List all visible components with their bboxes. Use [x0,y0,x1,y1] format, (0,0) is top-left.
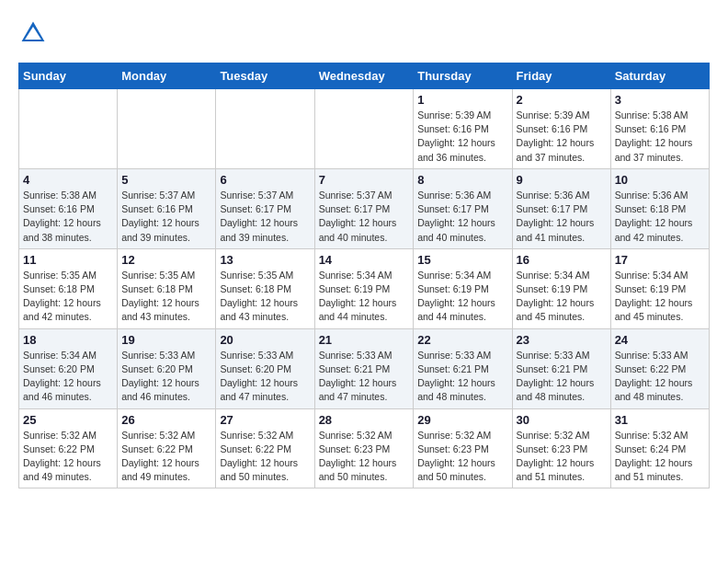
day-number: 17 [615,253,705,267]
calendar-cell: 8Sunrise: 5:36 AM Sunset: 6:17 PM Daylig… [414,168,512,248]
calendar-cell: 17Sunrise: 5:34 AM Sunset: 6:19 PM Dayli… [610,248,709,328]
day-info: Sunrise: 5:32 AM Sunset: 6:23 PM Dayligh… [319,429,410,485]
header-wednesday: Wednesday [314,63,414,89]
calendar-cell: 11Sunrise: 5:35 AM Sunset: 6:18 PM Dayli… [19,248,118,328]
day-number: 7 [319,173,410,187]
day-info: Sunrise: 5:34 AM Sunset: 6:19 PM Dayligh… [319,269,410,325]
day-number: 8 [417,173,507,187]
header-tuesday: Tuesday [216,63,314,89]
day-number: 13 [220,253,310,267]
day-number: 24 [615,333,705,347]
day-info: Sunrise: 5:36 AM Sunset: 6:17 PM Dayligh… [417,189,507,245]
calendar-cell: 22Sunrise: 5:33 AM Sunset: 6:21 PM Dayli… [414,328,512,408]
calendar-cell [216,89,314,169]
header-sunday: Sunday [19,63,118,89]
day-number: 15 [417,253,507,267]
day-number: 18 [23,333,113,347]
calendar-cell: 21Sunrise: 5:33 AM Sunset: 6:21 PM Dayli… [314,328,414,408]
day-number: 20 [220,333,310,347]
day-number: 10 [615,173,705,187]
calendar-cell: 13Sunrise: 5:35 AM Sunset: 6:18 PM Dayli… [216,248,314,328]
day-number: 25 [23,413,113,427]
calendar-cell: 3Sunrise: 5:38 AM Sunset: 6:16 PM Daylig… [610,89,709,169]
day-info: Sunrise: 5:39 AM Sunset: 6:16 PM Dayligh… [517,109,607,165]
day-number: 21 [319,333,410,347]
calendar-cell: 7Sunrise: 5:37 AM Sunset: 6:17 PM Daylig… [314,168,414,248]
header-monday: Monday [118,63,216,89]
day-number: 2 [517,93,607,107]
day-number: 19 [121,333,211,347]
day-number: 28 [319,413,410,427]
calendar-cell [314,89,414,169]
calendar-cell: 10Sunrise: 5:36 AM Sunset: 6:18 PM Dayli… [610,168,709,248]
week-row-5: 25Sunrise: 5:32 AM Sunset: 6:22 PM Dayli… [19,408,710,488]
day-info: Sunrise: 5:33 AM Sunset: 6:20 PM Dayligh… [220,349,310,405]
week-row-1: 1Sunrise: 5:39 AM Sunset: 6:16 PM Daylig… [19,89,710,169]
day-info: Sunrise: 5:35 AM Sunset: 6:18 PM Dayligh… [220,269,310,325]
calendar-cell: 15Sunrise: 5:34 AM Sunset: 6:19 PM Dayli… [414,248,512,328]
calendar-cell: 6Sunrise: 5:37 AM Sunset: 6:17 PM Daylig… [216,168,314,248]
day-number: 9 [517,173,607,187]
day-number: 12 [121,253,211,267]
page-header [18,18,710,48]
day-info: Sunrise: 5:32 AM Sunset: 6:23 PM Dayligh… [417,429,507,485]
day-number: 31 [615,413,705,427]
header-friday: Friday [512,63,610,89]
day-info: Sunrise: 5:33 AM Sunset: 6:21 PM Dayligh… [517,349,607,405]
calendar-cell: 16Sunrise: 5:34 AM Sunset: 6:19 PM Dayli… [512,248,610,328]
day-info: Sunrise: 5:39 AM Sunset: 6:16 PM Dayligh… [417,109,507,165]
day-info: Sunrise: 5:38 AM Sunset: 6:16 PM Dayligh… [615,109,705,165]
day-number: 30 [517,413,607,427]
calendar-cell: 27Sunrise: 5:32 AM Sunset: 6:22 PM Dayli… [216,408,314,488]
day-number: 27 [220,413,310,427]
day-info: Sunrise: 5:37 AM Sunset: 6:17 PM Dayligh… [220,189,310,245]
calendar-cell: 2Sunrise: 5:39 AM Sunset: 6:16 PM Daylig… [512,89,610,169]
calendar-cell [118,89,216,169]
calendar-cell: 28Sunrise: 5:32 AM Sunset: 6:23 PM Dayli… [314,408,414,488]
day-info: Sunrise: 5:32 AM Sunset: 6:23 PM Dayligh… [517,429,607,485]
calendar-cell: 25Sunrise: 5:32 AM Sunset: 6:22 PM Dayli… [19,408,118,488]
day-info: Sunrise: 5:34 AM Sunset: 6:19 PM Dayligh… [517,269,607,325]
day-number: 26 [121,413,211,427]
calendar-cell: 24Sunrise: 5:33 AM Sunset: 6:22 PM Dayli… [610,328,709,408]
week-row-4: 18Sunrise: 5:34 AM Sunset: 6:20 PM Dayli… [19,328,710,408]
calendar-cell: 4Sunrise: 5:38 AM Sunset: 6:16 PM Daylig… [19,168,118,248]
day-info: Sunrise: 5:32 AM Sunset: 6:22 PM Dayligh… [121,429,211,485]
week-row-2: 4Sunrise: 5:38 AM Sunset: 6:16 PM Daylig… [19,168,710,248]
header-thursday: Thursday [414,63,512,89]
day-info: Sunrise: 5:36 AM Sunset: 6:17 PM Dayligh… [517,189,607,245]
day-info: Sunrise: 5:33 AM Sunset: 6:21 PM Dayligh… [417,349,507,405]
day-number: 6 [220,173,310,187]
day-number: 4 [23,173,113,187]
calendar-cell: 12Sunrise: 5:35 AM Sunset: 6:18 PM Dayli… [118,248,216,328]
day-number: 11 [23,253,113,267]
calendar-cell [19,89,118,169]
calendar-cell: 31Sunrise: 5:32 AM Sunset: 6:24 PM Dayli… [610,408,709,488]
day-info: Sunrise: 5:37 AM Sunset: 6:17 PM Dayligh… [319,189,410,245]
day-number: 1 [417,93,507,107]
calendar-cell: 30Sunrise: 5:32 AM Sunset: 6:23 PM Dayli… [512,408,610,488]
day-info: Sunrise: 5:32 AM Sunset: 6:22 PM Dayligh… [23,429,113,485]
calendar-table: SundayMondayTuesdayWednesdayThursdayFrid… [18,63,710,488]
calendar-cell: 5Sunrise: 5:37 AM Sunset: 6:16 PM Daylig… [118,168,216,248]
day-number: 3 [615,93,705,107]
day-info: Sunrise: 5:35 AM Sunset: 6:18 PM Dayligh… [121,269,211,325]
day-info: Sunrise: 5:38 AM Sunset: 6:16 PM Dayligh… [23,189,113,245]
day-number: 16 [517,253,607,267]
day-number: 29 [417,413,507,427]
calendar-cell: 18Sunrise: 5:34 AM Sunset: 6:20 PM Dayli… [19,328,118,408]
day-info: Sunrise: 5:37 AM Sunset: 6:16 PM Dayligh… [121,189,211,245]
day-info: Sunrise: 5:33 AM Sunset: 6:22 PM Dayligh… [615,349,705,405]
day-info: Sunrise: 5:35 AM Sunset: 6:18 PM Dayligh… [23,269,113,325]
day-info: Sunrise: 5:32 AM Sunset: 6:24 PM Dayligh… [615,429,705,485]
calendar-cell: 20Sunrise: 5:33 AM Sunset: 6:20 PM Dayli… [216,328,314,408]
header-saturday: Saturday [610,63,709,89]
day-number: 5 [121,173,211,187]
week-row-3: 11Sunrise: 5:35 AM Sunset: 6:18 PM Dayli… [19,248,710,328]
day-info: Sunrise: 5:32 AM Sunset: 6:22 PM Dayligh… [220,429,310,485]
logo [18,18,51,48]
calendar-cell: 19Sunrise: 5:33 AM Sunset: 6:20 PM Dayli… [118,328,216,408]
day-info: Sunrise: 5:34 AM Sunset: 6:20 PM Dayligh… [23,349,113,405]
day-number: 22 [417,333,507,347]
day-info: Sunrise: 5:34 AM Sunset: 6:19 PM Dayligh… [417,269,507,325]
